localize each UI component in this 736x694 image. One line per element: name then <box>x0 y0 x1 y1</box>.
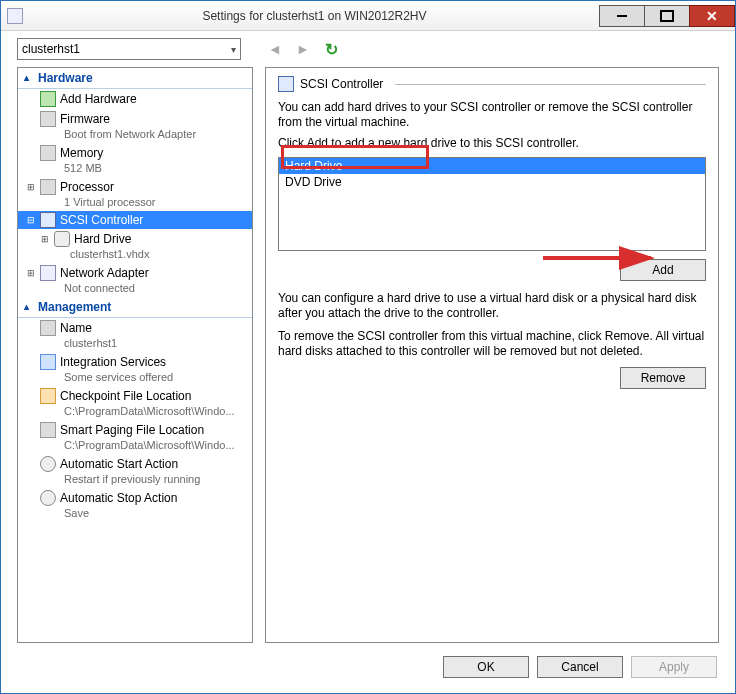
settings-window: Settings for clusterhst1 on WIN2012R2HV … <box>0 0 736 694</box>
add-hardware-icon <box>40 91 56 107</box>
scsi-controller-icon <box>278 76 294 92</box>
list-item-hard-drive[interactable]: Hard Drive <box>279 158 705 174</box>
window-controls: ✕ <box>600 5 735 27</box>
integration-services-icon <box>40 354 56 370</box>
processor-icon <box>40 179 56 195</box>
pane-title: SCSI Controller <box>300 77 383 91</box>
pane-description: You can add hard drives to your SCSI con… <box>278 100 706 130</box>
list-item-dvd-drive[interactable]: DVD Drive <box>279 174 705 190</box>
add-button[interactable]: Add <box>620 259 706 281</box>
tree-hard-drive[interactable]: ⊞Hard Drive clusterhst1.vhdx <box>18 229 252 263</box>
pane-help-text: You can configure a hard drive to use a … <box>278 291 706 321</box>
tree-scsi-controller[interactable]: ⊟SCSI Controller <box>18 211 252 229</box>
tree-sub: clusterhst1 <box>26 336 250 350</box>
titlebar: Settings for clusterhst1 on WIN2012R2HV … <box>1 1 735 31</box>
chevron-down-icon: ▾ <box>231 44 236 55</box>
cancel-button[interactable]: Cancel <box>537 656 623 678</box>
section-management-label: Management <box>38 300 111 314</box>
tree-integration-services[interactable]: Integration Services Some services offer… <box>18 352 252 386</box>
tree-checkpoint-location[interactable]: Checkpoint File Location C:\ProgramData\… <box>18 386 252 420</box>
app-icon <box>7 8 23 24</box>
tree-sub: 512 MB <box>26 161 250 175</box>
tree-sub: C:\ProgramData\Microsoft\Windo... <box>26 404 250 418</box>
maximize-button[interactable] <box>644 5 690 27</box>
tree-sub: Restart if previously running <box>26 472 250 486</box>
tree-name[interactable]: Name clusterhst1 <box>18 318 252 352</box>
nav-forward-button[interactable]: ► <box>293 39 313 59</box>
collapse-icon: ▴ <box>24 301 29 312</box>
remove-button[interactable]: Remove <box>620 367 706 389</box>
network-adapter-icon <box>40 265 56 281</box>
drive-type-list[interactable]: Hard Drive DVD Drive <box>278 157 706 251</box>
memory-icon <box>40 145 56 161</box>
section-management[interactable]: ▴ Management <box>18 297 252 318</box>
settings-tree: ▴ Hardware Add Hardware Firmware Boot fr… <box>17 67 253 643</box>
pane-remove-text: To remove the SCSI controller from this … <box>278 329 706 359</box>
firmware-icon <box>40 111 56 127</box>
vm-selector-combo[interactable]: clusterhst1 ▾ <box>17 38 241 60</box>
hard-drive-icon <box>54 231 70 247</box>
nav-back-button[interactable]: ◄ <box>265 39 285 59</box>
tree-network-adapter[interactable]: ⊞Network Adapter Not connected <box>18 263 252 297</box>
vm-selector-value: clusterhst1 <box>22 42 80 56</box>
details-pane: SCSI Controller You can add hard drives … <box>265 67 719 643</box>
tree-smart-paging-location[interactable]: Smart Paging File Location C:\ProgramDat… <box>18 420 252 454</box>
tree-sub: Save <box>26 506 250 520</box>
ok-button[interactable]: OK <box>443 656 529 678</box>
tree-sub: C:\ProgramData\Microsoft\Windo... <box>26 438 250 452</box>
tree-memory[interactable]: Memory 512 MB <box>18 143 252 177</box>
tree-sub: Some services offered <box>26 370 250 384</box>
tree-firmware[interactable]: Firmware Boot from Network Adapter <box>18 109 252 143</box>
minimize-button[interactable] <box>599 5 645 27</box>
tree-sub: clusterhst1.vhdx <box>40 247 250 261</box>
tree-add-hardware[interactable]: Add Hardware <box>18 89 252 109</box>
tree-sub: Boot from Network Adapter <box>26 127 250 141</box>
dialog-buttons: OK Cancel Apply <box>1 651 735 693</box>
checkpoint-icon <box>40 388 56 404</box>
pane-instruction: Click Add to add a new hard drive to thi… <box>278 136 706 151</box>
expand-icon[interactable]: ⊞ <box>40 234 50 244</box>
tree-auto-stop[interactable]: Automatic Stop Action Save <box>18 488 252 522</box>
close-button[interactable]: ✕ <box>689 5 735 27</box>
content-area: ▴ Hardware Add Hardware Firmware Boot fr… <box>1 67 735 651</box>
name-icon <box>40 320 56 336</box>
window-title: Settings for clusterhst1 on WIN2012R2HV <box>29 9 600 23</box>
auto-start-icon <box>40 456 56 472</box>
collapse-icon: ▴ <box>24 72 29 83</box>
tree-sub: Not connected <box>26 281 250 295</box>
section-hardware-label: Hardware <box>38 71 93 85</box>
tree-auto-start[interactable]: Automatic Start Action Restart if previo… <box>18 454 252 488</box>
smart-paging-icon <box>40 422 56 438</box>
collapse-icon[interactable]: ⊟ <box>26 215 36 225</box>
expand-icon[interactable]: ⊞ <box>26 182 36 192</box>
auto-stop-icon <box>40 490 56 506</box>
toolbar: clusterhst1 ▾ ◄ ► ↻ <box>1 31 735 67</box>
header-divider <box>395 84 706 85</box>
apply-button[interactable]: Apply <box>631 656 717 678</box>
expand-icon[interactable]: ⊞ <box>26 268 36 278</box>
pane-header: SCSI Controller <box>278 76 706 92</box>
refresh-button[interactable]: ↻ <box>321 39 341 59</box>
section-hardware[interactable]: ▴ Hardware <box>18 68 252 89</box>
tree-processor[interactable]: ⊞Processor 1 Virtual processor <box>18 177 252 211</box>
tree-sub: 1 Virtual processor <box>26 195 250 209</box>
scsi-controller-icon <box>40 212 56 228</box>
